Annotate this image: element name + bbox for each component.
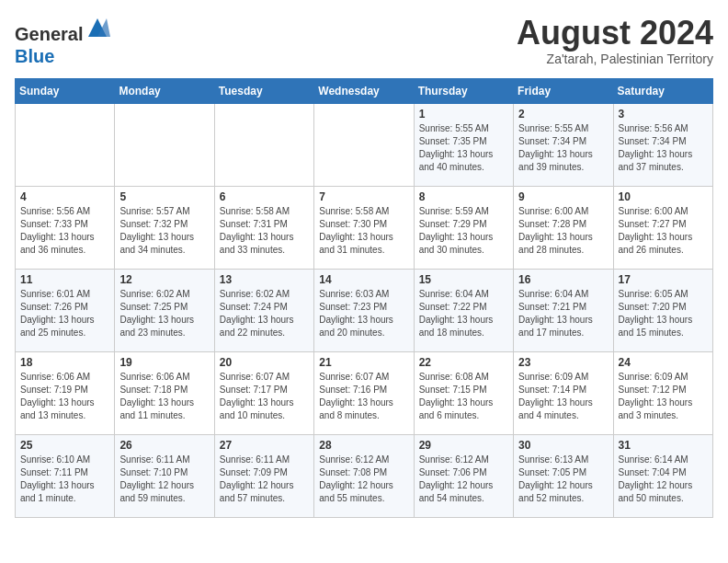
- calendar-cell: [16, 104, 115, 187]
- calendar-week-1: 1Sunrise: 5:55 AM Sunset: 7:35 PM Daylig…: [16, 104, 713, 187]
- calendar-cell: [314, 104, 414, 187]
- day-number: 2: [518, 108, 608, 121]
- day-detail: Sunrise: 5:55 AM Sunset: 7:34 PM Dayligh…: [518, 122, 608, 174]
- day-detail: Sunrise: 5:59 AM Sunset: 7:29 PM Dayligh…: [419, 205, 508, 257]
- day-number: 25: [20, 439, 109, 452]
- location: Za'tarah, Palestinian Territory: [517, 52, 713, 66]
- day-number: 27: [220, 439, 309, 452]
- day-number: 24: [619, 356, 708, 369]
- page-header: General Blue August 2024 Za'tarah, Pales…: [15, 15, 713, 67]
- day-detail: Sunrise: 6:01 AM Sunset: 7:26 PM Dayligh…: [20, 288, 109, 339]
- day-number: 16: [518, 273, 608, 286]
- day-detail: Sunrise: 6:09 AM Sunset: 7:14 PM Dayligh…: [518, 371, 608, 422]
- calendar-cell: 3Sunrise: 5:56 AM Sunset: 7:34 PM Daylig…: [613, 104, 712, 187]
- day-detail: Sunrise: 6:00 AM Sunset: 7:27 PM Dayligh…: [619, 205, 708, 257]
- calendar-cell: 5Sunrise: 5:57 AM Sunset: 7:32 PM Daylig…: [115, 187, 214, 270]
- day-number: 22: [419, 356, 508, 369]
- calendar-week-2: 4Sunrise: 5:56 AM Sunset: 7:33 PM Daylig…: [16, 187, 713, 270]
- day-detail: Sunrise: 5:56 AM Sunset: 7:34 PM Dayligh…: [619, 122, 708, 174]
- calendar-week-4: 18Sunrise: 6:06 AM Sunset: 7:19 PM Dayli…: [16, 352, 713, 435]
- weekday-sunday: Sunday: [16, 79, 115, 104]
- calendar-cell: 8Sunrise: 5:59 AM Sunset: 7:29 PM Daylig…: [414, 187, 513, 270]
- calendar-cell: 12Sunrise: 6:02 AM Sunset: 7:25 PM Dayli…: [115, 270, 214, 352]
- day-number: 30: [518, 439, 608, 452]
- calendar-cell: 15Sunrise: 6:04 AM Sunset: 7:22 PM Dayli…: [414, 270, 513, 352]
- day-number: 31: [619, 439, 708, 452]
- day-detail: Sunrise: 6:12 AM Sunset: 7:08 PM Dayligh…: [319, 454, 408, 505]
- weekday-header-row: SundayMondayTuesdayWednesdayThursdayFrid…: [16, 79, 713, 104]
- day-number: 11: [20, 273, 109, 286]
- calendar-cell: 23Sunrise: 6:09 AM Sunset: 7:14 PM Dayli…: [514, 352, 613, 435]
- day-number: 14: [319, 273, 408, 286]
- weekday-friday: Friday: [514, 79, 613, 104]
- calendar-body: 1Sunrise: 5:55 AM Sunset: 7:35 PM Daylig…: [16, 104, 713, 518]
- calendar-cell: 20Sunrise: 6:07 AM Sunset: 7:17 PM Dayli…: [214, 352, 313, 435]
- day-detail: Sunrise: 6:05 AM Sunset: 7:20 PM Dayligh…: [619, 288, 708, 339]
- day-number: 8: [419, 190, 508, 203]
- calendar-cell: 31Sunrise: 6:14 AM Sunset: 7:04 PM Dayli…: [613, 435, 712, 518]
- day-detail: Sunrise: 6:06 AM Sunset: 7:19 PM Dayligh…: [20, 371, 109, 422]
- day-number: 23: [518, 356, 608, 369]
- day-number: 15: [419, 273, 508, 286]
- calendar-cell: 28Sunrise: 6:12 AM Sunset: 7:08 PM Dayli…: [314, 435, 414, 518]
- calendar-cell: 6Sunrise: 5:58 AM Sunset: 7:31 PM Daylig…: [214, 187, 313, 270]
- calendar-cell: 30Sunrise: 6:13 AM Sunset: 7:05 PM Dayli…: [514, 435, 613, 518]
- day-detail: Sunrise: 5:58 AM Sunset: 7:30 PM Dayligh…: [319, 205, 408, 257]
- logo-general: General: [15, 24, 83, 44]
- day-number: 21: [319, 356, 408, 369]
- weekday-monday: Monday: [115, 79, 214, 104]
- calendar-cell: 27Sunrise: 6:11 AM Sunset: 7:09 PM Dayli…: [214, 435, 313, 518]
- calendar-cell: 25Sunrise: 6:10 AM Sunset: 7:11 PM Dayli…: [16, 435, 115, 518]
- day-number: 26: [119, 439, 209, 452]
- calendar-cell: 22Sunrise: 6:08 AM Sunset: 7:15 PM Dayli…: [414, 352, 513, 435]
- day-number: 17: [619, 273, 708, 286]
- day-detail: Sunrise: 6:14 AM Sunset: 7:04 PM Dayligh…: [619, 454, 708, 505]
- day-number: 13: [220, 273, 309, 286]
- weekday-saturday: Saturday: [613, 79, 712, 104]
- calendar-cell: 17Sunrise: 6:05 AM Sunset: 7:20 PM Dayli…: [613, 270, 712, 352]
- day-number: 19: [119, 356, 209, 369]
- calendar-cell: 21Sunrise: 6:07 AM Sunset: 7:16 PM Dayli…: [314, 352, 414, 435]
- day-number: 4: [20, 190, 109, 203]
- day-detail: Sunrise: 6:11 AM Sunset: 7:09 PM Dayligh…: [220, 454, 309, 505]
- calendar-week-5: 25Sunrise: 6:10 AM Sunset: 7:11 PM Dayli…: [16, 435, 713, 518]
- day-detail: Sunrise: 6:09 AM Sunset: 7:12 PM Dayligh…: [619, 371, 708, 422]
- month-title: August 2024: [517, 15, 713, 52]
- day-detail: Sunrise: 6:07 AM Sunset: 7:16 PM Dayligh…: [319, 371, 408, 422]
- day-number: 9: [518, 190, 608, 203]
- calendar-cell: 14Sunrise: 6:03 AM Sunset: 7:23 PM Dayli…: [314, 270, 414, 352]
- day-number: 3: [619, 108, 708, 121]
- day-number: 29: [419, 439, 508, 452]
- day-detail: Sunrise: 5:56 AM Sunset: 7:33 PM Dayligh…: [20, 205, 109, 257]
- day-number: 18: [20, 356, 109, 369]
- day-detail: Sunrise: 5:58 AM Sunset: 7:31 PM Dayligh…: [220, 205, 309, 257]
- weekday-wednesday: Wednesday: [314, 79, 414, 104]
- calendar-table: SundayMondayTuesdayWednesdayThursdayFrid…: [15, 78, 713, 518]
- logo-blue: Blue: [15, 46, 54, 66]
- calendar-cell: [115, 104, 214, 187]
- day-number: 5: [119, 190, 209, 203]
- day-number: 7: [319, 190, 408, 203]
- day-detail: Sunrise: 6:02 AM Sunset: 7:25 PM Dayligh…: [119, 288, 209, 339]
- weekday-thursday: Thursday: [414, 79, 513, 104]
- logo: General Blue: [15, 15, 110, 67]
- day-detail: Sunrise: 6:04 AM Sunset: 7:21 PM Dayligh…: [518, 288, 608, 339]
- day-number: 28: [319, 439, 408, 452]
- day-detail: Sunrise: 6:04 AM Sunset: 7:22 PM Dayligh…: [419, 288, 508, 339]
- calendar-cell: 10Sunrise: 6:00 AM Sunset: 7:27 PM Dayli…: [613, 187, 712, 270]
- calendar-cell: 1Sunrise: 5:55 AM Sunset: 7:35 PM Daylig…: [414, 104, 513, 187]
- calendar-cell: 2Sunrise: 5:55 AM Sunset: 7:34 PM Daylig…: [514, 104, 613, 187]
- calendar-cell: 7Sunrise: 5:58 AM Sunset: 7:30 PM Daylig…: [314, 187, 414, 270]
- calendar-cell: [214, 104, 313, 187]
- day-detail: Sunrise: 5:57 AM Sunset: 7:32 PM Dayligh…: [119, 205, 209, 257]
- calendar-cell: 26Sunrise: 6:11 AM Sunset: 7:10 PM Dayli…: [115, 435, 214, 518]
- day-detail: Sunrise: 6:11 AM Sunset: 7:10 PM Dayligh…: [119, 454, 209, 505]
- day-detail: Sunrise: 6:10 AM Sunset: 7:11 PM Dayligh…: [20, 454, 109, 505]
- calendar-cell: 11Sunrise: 6:01 AM Sunset: 7:26 PM Dayli…: [16, 270, 115, 352]
- day-detail: Sunrise: 6:08 AM Sunset: 7:15 PM Dayligh…: [419, 371, 508, 422]
- day-number: 1: [419, 108, 508, 121]
- calendar-week-3: 11Sunrise: 6:01 AM Sunset: 7:26 PM Dayli…: [16, 270, 713, 352]
- day-detail: Sunrise: 6:13 AM Sunset: 7:05 PM Dayligh…: [518, 454, 608, 505]
- calendar-cell: 19Sunrise: 6:06 AM Sunset: 7:18 PM Dayli…: [115, 352, 214, 435]
- day-detail: Sunrise: 6:12 AM Sunset: 7:06 PM Dayligh…: [419, 454, 508, 505]
